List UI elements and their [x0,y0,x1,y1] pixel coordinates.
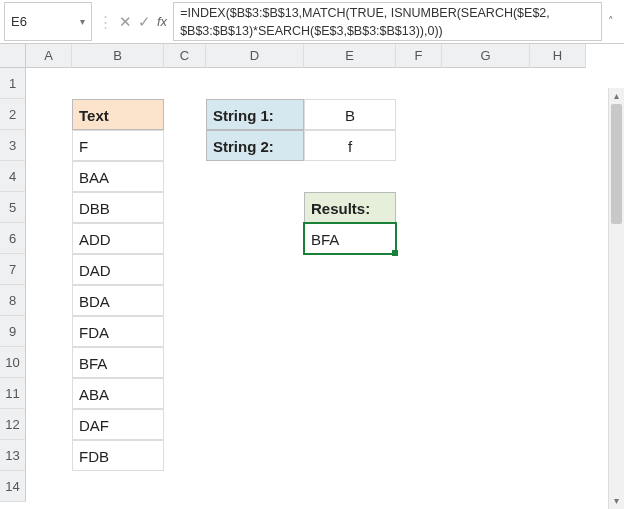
name-box-dropdown-icon[interactable]: ▾ [80,16,85,27]
row-header-9[interactable]: 9 [0,316,26,347]
cell-B2[interactable]: Text [72,99,164,130]
col-header-D[interactable]: D [206,44,304,68]
row-headers: 1 2 3 4 5 6 7 8 9 10 11 12 13 14 [0,68,26,502]
formula-input[interactable]: =INDEX($B$3:$B$13,MATCH(TRUE, ISNUMBER(S… [173,2,602,41]
row-header-13[interactable]: 13 [0,440,26,471]
cell-B7[interactable]: DAD [72,254,164,285]
cell-E5[interactable]: Results: [304,192,396,223]
col-header-H[interactable]: H [530,44,586,68]
row-header-14[interactable]: 14 [0,471,26,502]
formula-bar: E6 ▾ ⋮ ✕ ✓ fx =INDEX($B$3:$B$13,MATCH(TR… [0,0,624,44]
scroll-down-icon[interactable]: ▾ [609,493,624,509]
scroll-thumb[interactable] [611,104,622,224]
vertical-scrollbar[interactable]: ▴ ▾ [608,88,624,509]
formula-expand-icon[interactable]: ˄ [602,2,620,41]
cell-B6[interactable]: ADD [72,223,164,254]
cell-reference: E6 [11,14,27,29]
col-header-A[interactable]: A [26,44,72,68]
row-header-3[interactable]: 3 [0,130,26,161]
cell-B13[interactable]: FDB [72,440,164,471]
col-header-E[interactable]: E [304,44,396,68]
row-header-4[interactable]: 4 [0,161,26,192]
cell-B5[interactable]: DBB [72,192,164,223]
cell-B11[interactable]: ABA [72,378,164,409]
separator-icon: ⋮ [98,13,113,31]
name-box[interactable]: E6 ▾ [4,2,92,41]
scroll-up-icon[interactable]: ▴ [609,88,624,104]
spreadsheet-grid: A B C D E F G H 1 2 3 4 5 6 7 8 9 1 [0,44,624,509]
confirm-icon[interactable]: ✓ [138,13,151,31]
cell-B12[interactable]: DAF [72,409,164,440]
cell-E2[interactable]: B [304,99,396,130]
cell-E6[interactable]: BFA [304,223,396,254]
row-header-8[interactable]: 8 [0,285,26,316]
row-header-7[interactable]: 7 [0,254,26,285]
row-header-11[interactable]: 11 [0,378,26,409]
row-header-1[interactable]: 1 [0,68,26,99]
cell-D2[interactable]: String 1: [206,99,304,130]
formula-text: =INDEX($B$3:$B$13,MATCH(TRUE, ISNUMBER(S… [180,5,595,40]
row-header-6[interactable]: 6 [0,223,26,254]
row-header-2[interactable]: 2 [0,99,26,130]
cell-B10[interactable]: BFA [72,347,164,378]
cell-B9[interactable]: FDA [72,316,164,347]
row-header-10[interactable]: 10 [0,347,26,378]
col-header-C[interactable]: C [164,44,206,68]
cell-B3[interactable]: F [72,130,164,161]
cell-B8[interactable]: BDA [72,285,164,316]
formula-bar-buttons: ⋮ ✕ ✓ fx [92,2,173,41]
select-all-corner[interactable] [0,44,26,68]
col-header-F[interactable]: F [396,44,442,68]
col-header-G[interactable]: G [442,44,530,68]
cell-B4[interactable]: BAA [72,161,164,192]
row-header-5[interactable]: 5 [0,192,26,223]
col-header-B[interactable]: B [72,44,164,68]
cancel-icon[interactable]: ✕ [119,13,132,31]
cell-E3[interactable]: f [304,130,396,161]
row-header-12[interactable]: 12 [0,409,26,440]
cell-D3[interactable]: String 2: [206,130,304,161]
column-headers: A B C D E F G H [26,44,586,68]
fx-icon[interactable]: fx [157,14,167,29]
